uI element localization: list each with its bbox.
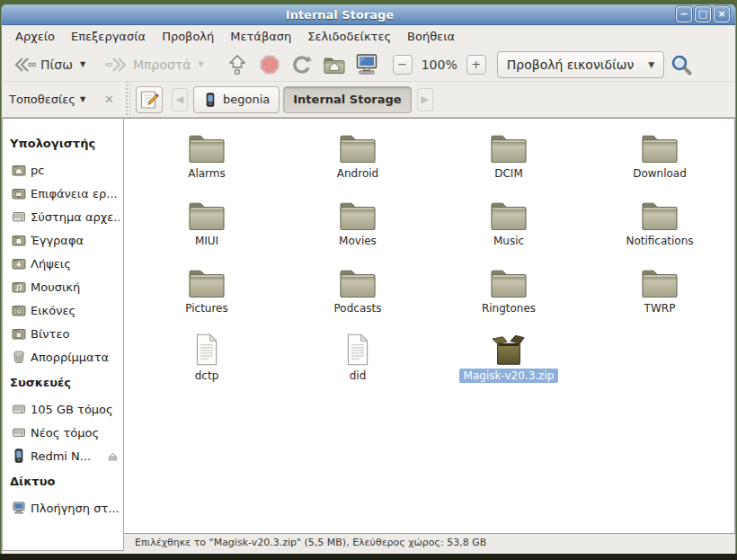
pane-resize-handle[interactable] <box>124 82 130 117</box>
edit-location-button[interactable] <box>136 86 163 113</box>
toolbar: Πίσω ▼ Μπροστά ▼ − <box>2 48 735 82</box>
file-item[interactable]: Music <box>433 192 584 260</box>
breadcrumb-button[interactable]: begonia <box>193 86 280 113</box>
up-button[interactable] <box>224 51 251 78</box>
sidebar-item[interactable]: Βίντεο <box>3 322 123 345</box>
places-sidebar: ΥπολογιστήςpcΕπιφάνεια ερ...Σύστημα αρχε… <box>2 118 124 551</box>
sidebar-item[interactable]: Πλοήγηση στ... <box>3 496 123 520</box>
file-label: Notifications <box>621 234 697 248</box>
breadcrumb-label: begonia <box>223 93 270 106</box>
file-item[interactable]: TWRP <box>584 260 735 327</box>
view-mode-arrow-icon: ▼ <box>648 60 654 69</box>
file-label: Podcasts <box>330 301 386 316</box>
sidebar-item[interactable]: Σύστημα αρχε... <box>3 205 123 228</box>
file-item[interactable]: Podcasts <box>282 260 433 327</box>
places-arrow-icon: ▼ <box>80 95 85 103</box>
sidebar-item[interactable]: Redmi N... <box>3 444 123 467</box>
sidebar-item[interactable]: 105 GB τόμος <box>3 397 123 421</box>
sidebar-item[interactable]: Λήψεις <box>3 252 123 275</box>
status-text: Επιλέχθηκε το "Magisk-v20.3.zip" (5,5 MB… <box>135 537 486 548</box>
maximize-button[interactable]: □ <box>695 6 711 22</box>
places-label: Τοποθεσίες <box>9 93 75 106</box>
eject-icon[interactable] <box>106 449 120 463</box>
computer-button[interactable] <box>353 51 380 78</box>
file-label: did <box>345 369 371 383</box>
minimize-button[interactable]: − <box>676 6 692 22</box>
sidebar-section-header: Συσκευές <box>3 369 123 397</box>
menu-item[interactable]: Μετάβαση <box>222 27 299 46</box>
search-button[interactable] <box>668 51 695 78</box>
file-item[interactable]: Pictures <box>131 260 282 327</box>
zoom-out-button[interactable]: − <box>393 55 413 75</box>
file-item[interactable]: Alarms <box>131 125 282 192</box>
text-file-icon <box>344 332 371 368</box>
stop-icon <box>259 54 280 76</box>
file-item[interactable]: Movies <box>282 192 433 260</box>
menubar: ΑρχείοΕπεξεργασίαΠροβολήΜετάβασηΣελιδοδε… <box>2 25 735 48</box>
file-label: Music <box>489 234 528 248</box>
sidebar-item-label: Επιφάνεια ερ... <box>31 187 120 200</box>
menu-item[interactable]: Σελιδοδείκτες <box>299 27 399 46</box>
folder-icon <box>639 199 680 233</box>
file-label: DCIM <box>490 166 528 181</box>
zoom-level: 100% <box>413 58 466 72</box>
menu-item[interactable]: Προβολή <box>154 27 222 46</box>
chevron-right-icon: ▶ <box>421 93 428 105</box>
menu-item[interactable]: Βοήθεια <box>399 27 463 46</box>
videos-folder-icon <box>12 326 26 341</box>
sidebar-item[interactable]: Έγγραφα <box>3 228 123 252</box>
reload-button[interactable] <box>289 51 315 78</box>
filesystem-icon <box>12 209 26 224</box>
file-item[interactable]: Ringtones <box>433 260 584 327</box>
crumb-scroll-left-button[interactable]: ◀ <box>172 88 188 111</box>
reload-icon <box>291 54 313 76</box>
sidebar-item[interactable]: Εικόνες <box>3 298 123 322</box>
back-button[interactable]: Πίσω ▼ <box>7 51 91 78</box>
file-item[interactable]: Notifications <box>584 192 735 260</box>
file-item[interactable]: did <box>282 327 433 395</box>
sidebar-item[interactable]: pc <box>3 158 123 182</box>
breadcrumb-button[interactable]: Internal Storage <box>283 86 411 113</box>
file-manager-window: Internal Storage −□× ΑρχείοΕπεξεργασίαΠρ… <box>1 4 736 555</box>
breadcrumb-label: Internal Storage <box>293 93 401 106</box>
zoom-in-button[interactable]: + <box>466 55 486 75</box>
forward-button[interactable]: Μπροστά ▼ <box>100 51 209 78</box>
titlebar[interactable]: Internal Storage −□× <box>2 4 735 25</box>
back-history-arrow-icon[interactable]: ▼ <box>80 60 85 68</box>
view-mode-select[interactable]: Προβολή εικονιδίων ▼ <box>497 51 665 78</box>
folder-icon <box>337 266 378 300</box>
file-item[interactable]: DCIM <box>433 125 584 192</box>
forward-history-arrow-icon[interactable]: ▼ <box>199 60 204 68</box>
crumb-scroll-right-button[interactable]: ▶ <box>417 88 433 111</box>
places-selector[interactable]: Τοποθεσίες ▼ <box>9 93 102 106</box>
window-bottom-edge <box>2 551 735 555</box>
sidebar-item[interactable]: Μουσική <box>3 275 123 298</box>
folder-icon <box>639 131 680 165</box>
folder-icon <box>337 131 378 165</box>
sidebar-header: Τοποθεσίες ▼ ✕ <box>2 93 124 106</box>
music-folder-icon <box>12 280 26 294</box>
desktop-folder-icon <box>12 186 26 200</box>
file-item[interactable]: Android <box>282 125 433 192</box>
documents-folder-icon <box>12 233 26 247</box>
pictures-folder-icon <box>12 303 26 317</box>
sidebar-item[interactable]: Νέος τόμος <box>3 421 123 444</box>
menu-item[interactable]: Αρχείο <box>7 27 63 46</box>
close-button[interactable]: × <box>714 6 730 22</box>
phone-icon <box>12 449 26 463</box>
menu-item[interactable]: Επεξεργασία <box>63 27 154 46</box>
file-label: dctp <box>191 369 224 383</box>
file-label: Ringtones <box>477 301 540 316</box>
sidebar-item-label: Απορρίμματα <box>31 351 120 364</box>
home-button[interactable] <box>321 51 348 78</box>
breadcrumb: ◀ begoniaInternal Storage ▶ <box>130 86 433 113</box>
sidebar-item[interactable]: Απορρίμματα <box>3 345 123 369</box>
file-item[interactable]: Download <box>584 125 735 192</box>
stop-button[interactable] <box>256 51 283 78</box>
file-item[interactable]: Magisk-v20.3.zip <box>433 327 584 395</box>
sidebar-item[interactable]: Επιφάνεια ερ... <box>3 182 123 205</box>
sidebar-close-button[interactable]: ✕ <box>102 93 117 106</box>
folder-view[interactable]: AlarmsAndroidDCIMDownloadMIUIMoviesMusic… <box>124 118 735 534</box>
file-item[interactable]: dctp <box>131 327 282 395</box>
file-item[interactable]: MIUI <box>131 192 282 260</box>
